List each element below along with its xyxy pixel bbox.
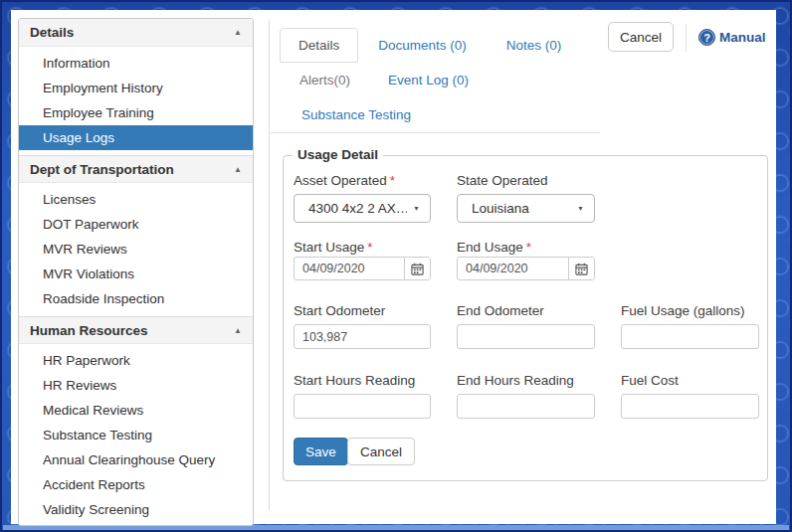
state-operated-label: State Operated: [457, 173, 595, 190]
sidebar-item-employment-history[interactable]: Employment History: [19, 76, 253, 100]
tab-alerts[interactable]: Alerts(0): [282, 63, 368, 97]
manual-link[interactable]: ? Manual: [698, 29, 766, 46]
tab-row-3: Substance Testing: [271, 97, 600, 132]
label-text: End Usage: [457, 240, 523, 255]
start-hours-input[interactable]: [294, 394, 431, 419]
label-text: Start Hours Reading: [294, 373, 415, 388]
sidebar-item-dot-paperwork[interactable]: DOT Paperwork: [19, 212, 253, 237]
fuel-usage-input[interactable]: [621, 324, 759, 349]
sidebar-item-substance-testing[interactable]: Substance Testing: [19, 423, 253, 447]
label-text: Start Odometer: [294, 303, 385, 318]
label-text: Fuel Usage (gallons): [621, 303, 745, 318]
section-items: Information Employment History Employee …: [19, 47, 253, 155]
cancel-button[interactable]: Cancel: [608, 22, 674, 52]
tab-row-1: Details Documents (0) Notes (0): [271, 28, 600, 63]
end-odometer-field: End Odometer: [457, 303, 595, 349]
start-odometer-label: Start Odometer: [294, 303, 431, 320]
start-odometer-field: Start Odometer: [294, 303, 431, 349]
sidebar-section-header-human-resources[interactable]: Human Resources ▲: [19, 316, 253, 344]
label-text: Asset Operated: [294, 173, 387, 188]
state-operated-select[interactable]: Louisiana ▼: [457, 194, 595, 223]
content-panel: Details ▲ Information Employment History…: [11, 10, 776, 524]
tab-documents[interactable]: Documents (0): [358, 28, 487, 63]
usage-detail-legend: Usage Detail: [293, 147, 383, 162]
selected-value: 4300 4x2 2 AX…: [308, 201, 407, 216]
sidebar-item-hr-paperwork[interactable]: HR Paperwork: [19, 348, 253, 373]
date-value: 04/09/2020: [295, 262, 404, 275]
sidebar: Details ▲ Information Employment History…: [18, 18, 254, 526]
fuel-usage-label: Fuel Usage (gallons): [621, 303, 759, 320]
asset-operated-label: Asset Operated*: [294, 173, 431, 190]
sidebar-item-mvr-violations[interactable]: MVR Violations: [19, 262, 253, 286]
section-items: Licenses DOT Paperwork MVR Reviews MVR V…: [19, 183, 253, 316]
sidebar-item-hr-reviews[interactable]: HR Reviews: [19, 373, 253, 398]
collapse-arrow-icon: ▲: [234, 165, 242, 174]
label-text: End Odometer: [457, 303, 544, 318]
selected-value: Louisiana: [472, 201, 529, 216]
header-divider: [686, 24, 687, 52]
fuel-cost-label: Fuel Cost: [621, 373, 759, 390]
tab-substance-testing[interactable]: Substance Testing: [282, 97, 431, 132]
state-operated-field: State Operated Louisiana ▼: [457, 173, 595, 223]
asset-operated-select[interactable]: 4300 4x2 2 AX… ▼: [294, 194, 431, 223]
help-question-icon: ?: [698, 29, 715, 46]
sidebar-item-usage-logs[interactable]: Usage Logs: [19, 125, 253, 150]
end-hours-label: End Hours Reading: [457, 373, 595, 390]
form-cancel-button[interactable]: Cancel: [347, 438, 415, 465]
chevron-down-icon: ▼: [413, 205, 420, 212]
tab-row-2: Alerts(0) Event Log (0): [271, 63, 600, 97]
end-hours-input[interactable]: [457, 394, 595, 419]
required-marker: *: [390, 173, 395, 188]
main-panel-left-border: [269, 20, 270, 511]
sidebar-item-medical-reviews[interactable]: Medical Reviews: [19, 398, 253, 423]
save-button[interactable]: Save: [294, 438, 348, 465]
end-hours-field: End Hours Reading: [457, 373, 595, 419]
required-marker: *: [526, 240, 531, 255]
start-hours-label: Start Hours Reading: [294, 373, 431, 390]
collapse-arrow-icon: ▲: [234, 326, 242, 335]
label-text: Start Usage: [294, 240, 364, 255]
sidebar-item-validity-screening[interactable]: Validity Screening: [19, 497, 253, 522]
sidebar-item-annual-clearinghouse-query[interactable]: Annual Clearinghouse Query: [19, 447, 253, 472]
sidebar-section-details: Details ▲ Information Employment History…: [19, 19, 253, 155]
sidebar-item-licenses[interactable]: Licenses: [19, 187, 253, 212]
tab-details[interactable]: Details: [280, 28, 358, 63]
fuel-cost-field: Fuel Cost: [621, 373, 759, 419]
sidebar-item-information[interactable]: Information: [19, 51, 253, 76]
end-usage-input[interactable]: 04/09/2020: [457, 257, 595, 280]
start-usage-calendar-button[interactable]: [404, 258, 430, 279]
start-usage-field: Start Usage* 04/09/2020: [294, 240, 431, 280]
usage-detail-fieldset: Usage Detail Asset Operated* 4300 4x2 2 …: [283, 155, 768, 481]
tab-bar: Details Documents (0) Notes (0) Alerts(0…: [271, 28, 600, 133]
sidebar-section-header-dept-of-transportation[interactable]: Dept of Transportation ▲: [19, 155, 253, 183]
section-header-label: Human Resources: [30, 323, 148, 338]
section-items: HR Paperwork HR Reviews Medical Reviews …: [19, 344, 253, 526]
start-odometer-input[interactable]: [294, 324, 431, 349]
sidebar-section-header-details[interactable]: Details ▲: [19, 19, 253, 47]
sidebar-item-employee-training[interactable]: Employee Training: [19, 100, 253, 125]
calendar-icon: [411, 263, 424, 275]
end-odometer-label: End Odometer: [457, 303, 595, 320]
date-value: 04/09/2020: [458, 262, 568, 275]
sidebar-item-accident-reports[interactable]: Accident Reports: [19, 472, 253, 497]
sidebar-section-human-resources: Human Resources ▲ HR Paperwork HR Review…: [19, 316, 253, 526]
start-hours-field: Start Hours Reading: [294, 373, 431, 419]
start-usage-label: Start Usage*: [294, 240, 431, 257]
section-header-label: Details: [30, 25, 74, 40]
fuel-usage-field: Fuel Usage (gallons): [621, 303, 759, 349]
label-text: End Hours Reading: [457, 373, 574, 388]
start-usage-input[interactable]: 04/09/2020: [294, 257, 431, 280]
collapse-arrow-icon: ▲: [234, 28, 242, 37]
end-odometer-input[interactable]: [457, 324, 595, 349]
end-usage-label: End Usage*: [457, 240, 595, 257]
asset-operated-field: Asset Operated* 4300 4x2 2 AX… ▼: [294, 173, 431, 223]
fuel-cost-input[interactable]: [621, 394, 759, 419]
tab-event-log[interactable]: Event Log (0): [368, 63, 489, 97]
sidebar-item-mvr-reviews[interactable]: MVR Reviews: [19, 237, 253, 262]
chevron-down-icon: ▼: [577, 205, 584, 212]
required-marker: *: [367, 240, 372, 255]
tab-notes[interactable]: Notes (0): [487, 28, 582, 63]
sidebar-section-dept-of-transportation: Dept of Transportation ▲ Licenses DOT Pa…: [19, 155, 253, 316]
sidebar-item-roadside-inspection[interactable]: Roadside Inspection: [19, 286, 253, 311]
end-usage-calendar-button[interactable]: [568, 258, 594, 279]
